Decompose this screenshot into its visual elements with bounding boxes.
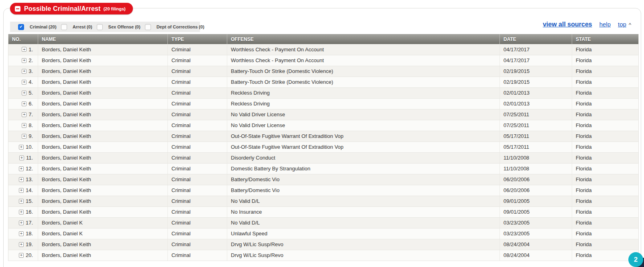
no-cell: + 5. (8, 87, 38, 98)
name-cell: Borders, Daniel Keith (38, 152, 168, 163)
offense-cell: Battery-Touch Or Strike (Domestic Violen… (227, 66, 500, 77)
name-cell: Borders, Daniel K (38, 217, 168, 228)
column-header-type: TYPE (168, 34, 227, 44)
column-header-offense: OFFENSE (227, 34, 500, 44)
arrest-checkbox[interactable] (61, 24, 67, 30)
expand-row-icon[interactable]: + (22, 101, 26, 106)
expand-row-icon[interactable]: + (22, 69, 26, 74)
row-number: 1. (29, 47, 33, 53)
type-cell: Criminal (168, 163, 227, 174)
filter-group-sex-offense: Sex Offense (0) (97, 24, 141, 30)
expand-row-icon[interactable]: + (19, 220, 24, 225)
filter-label-sex-offense: Sex Offense (0) (108, 24, 141, 29)
collapse-section-icon[interactable] (15, 6, 20, 12)
no-cell: + 19. (8, 239, 38, 250)
table-row: + 20. Borders, Daniel Keith Criminal Drv… (8, 250, 639, 261)
expand-row-icon[interactable]: + (22, 112, 26, 117)
offense-cell: Worthless Check - Payment On Account (227, 44, 500, 55)
expand-row-icon[interactable]: + (22, 58, 26, 63)
name-cell: Borders, Daniel Keith (38, 98, 168, 109)
type-cell: Criminal (168, 196, 227, 206)
expand-row-icon[interactable]: + (19, 145, 24, 150)
name-cell: Borders, Daniel Keith (38, 66, 168, 77)
type-cell: Criminal (168, 109, 227, 120)
name-cell: Borders, Daniel Keith (38, 196, 168, 206)
name-cell: Borders, Daniel Keith (38, 87, 168, 98)
date-cell: 07/25/2011 (500, 120, 572, 131)
offense-cell: Battery/Domestic Vio (227, 185, 500, 196)
table-row: + 9. Borders, Daniel Keith Criminal Out-… (8, 131, 639, 142)
table-header-row: NO. NAME TYPE OFFENSE DATE STATE (8, 34, 639, 44)
state-cell: Florida (572, 98, 639, 109)
expand-row-icon[interactable]: + (22, 47, 26, 52)
table-row: + 2. Borders, Daniel Keith Criminal Wort… (8, 55, 639, 66)
offense-cell: Out-Of-State Fugitive Warrant Of Extradi… (227, 131, 500, 142)
no-cell: + 20. (8, 250, 38, 261)
offense-cell: No Valid Driver License (227, 109, 500, 120)
expand-row-icon[interactable]: + (19, 231, 24, 236)
type-cell: Criminal (168, 120, 227, 131)
expand-row-icon[interactable]: + (22, 123, 26, 128)
section-header-badge: Possible Criminal/Arrest (20 filings) (10, 3, 133, 14)
offense-cell: Worthless Check - Payment On Account (227, 55, 500, 66)
top-link[interactable]: top (618, 21, 626, 28)
offense-cell: Battery/Domestic Vio (227, 174, 500, 185)
name-cell: Borders, Daniel K (38, 228, 168, 239)
criminal-checkbox[interactable]: ✔ (18, 24, 24, 30)
offense-cell: Out-Of-State Fugitive Warrant Of Extradi… (227, 142, 500, 152)
no-cell: + 12. (8, 163, 38, 174)
table-row: + 16. Borders, Daniel Keith Criminal No … (8, 206, 639, 217)
expand-row-icon[interactable]: + (22, 134, 26, 139)
expand-row-icon[interactable]: + (19, 199, 24, 204)
name-cell: Borders, Daniel Keith (38, 163, 168, 174)
name-cell: Borders, Daniel Keith (38, 185, 168, 196)
type-cell: Criminal (168, 142, 227, 152)
dept-of-corrections-checkbox[interactable] (145, 24, 151, 30)
no-cell: + 10. (8, 142, 38, 152)
date-cell: 02/19/2015 (500, 77, 572, 87)
expand-row-icon[interactable]: + (19, 253, 24, 258)
type-cell: Criminal (168, 55, 227, 66)
expand-row-icon[interactable]: + (19, 210, 24, 214)
row-number: 16. (26, 209, 33, 215)
expand-row-icon[interactable]: + (19, 242, 24, 247)
date-cell: 11/10/2008 (500, 152, 572, 163)
state-cell: Florida (572, 174, 639, 185)
expand-row-icon[interactable]: + (19, 188, 24, 193)
no-cell: + 3. (8, 66, 38, 77)
type-cell: Criminal (168, 217, 227, 228)
state-cell: Florida (572, 87, 639, 98)
row-number: 4. (29, 79, 33, 85)
offense-cell: Battery-Touch Or Strike (Domestic Violen… (227, 77, 500, 87)
date-cell: 05/17/2011 (500, 131, 572, 142)
notification-badge[interactable]: 2 (628, 252, 643, 267)
name-cell: Borders, Daniel Keith (38, 131, 168, 142)
type-cell: Criminal (168, 87, 227, 98)
type-cell: Criminal (168, 152, 227, 163)
expand-row-icon[interactable]: + (19, 156, 24, 160)
offense-cell: No Valid D/L (227, 217, 500, 228)
no-cell: + 13. (8, 174, 38, 185)
date-cell: 02/01/2013 (500, 87, 572, 98)
date-cell: 07/25/2011 (500, 109, 572, 120)
view-all-sources-link[interactable]: view all sources (543, 21, 592, 28)
expand-row-icon[interactable]: + (19, 177, 24, 182)
type-cell: Criminal (168, 206, 227, 217)
type-cell: Criminal (168, 228, 227, 239)
expand-row-icon[interactable]: + (22, 80, 26, 85)
table-row: + 1. Borders, Daniel Keith Criminal Wort… (8, 44, 639, 55)
help-link[interactable]: help (599, 21, 611, 28)
expand-row-icon[interactable]: + (19, 166, 24, 171)
sex-offense-checkbox[interactable] (97, 24, 103, 30)
row-number: 18. (26, 231, 33, 237)
no-cell: + 14. (8, 185, 38, 196)
state-cell: Florida (572, 217, 639, 228)
date-cell: 06/20/2006 (500, 185, 572, 196)
date-cell: 02/19/2015 (500, 66, 572, 77)
row-number: 11. (26, 155, 33, 161)
offense-cell: Unlawful Speed (227, 228, 500, 239)
row-number: 8. (29, 122, 33, 128)
row-number: 2. (29, 57, 33, 63)
expand-row-icon[interactable]: + (22, 91, 26, 95)
filter-bar: ✔ Criminal (20) Arrest (0) Sex Offense (… (10, 22, 200, 32)
